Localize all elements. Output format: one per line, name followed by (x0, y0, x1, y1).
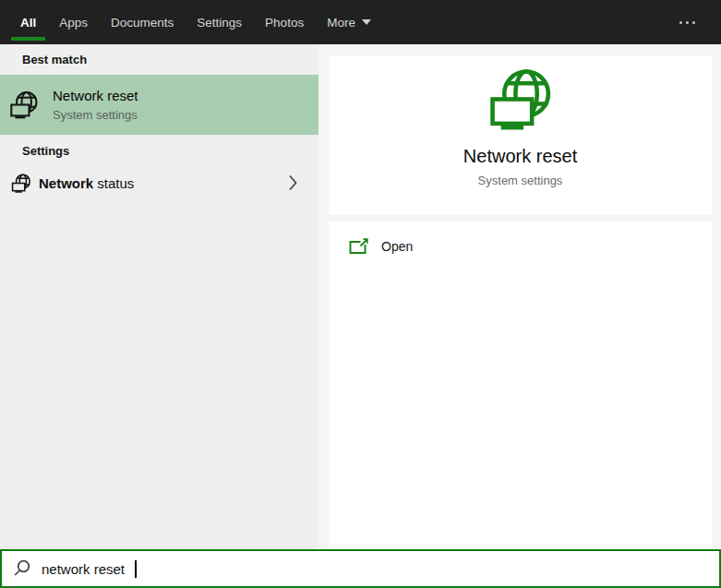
ellipsis-button[interactable] (674, 0, 701, 44)
preview-header-card: Network reset System settings (329, 55, 712, 215)
search-tabs-bar: All Apps Documents Settings Photos More (0, 0, 721, 44)
preview-subtitle: System settings (478, 174, 563, 187)
tab-more-label: More (327, 16, 355, 30)
result-subtitle: System settings (53, 108, 138, 122)
network-reset-icon (487, 68, 554, 130)
tab-settings[interactable]: Settings (197, 0, 242, 44)
open-in-new-icon (349, 237, 369, 256)
chevron-down-icon (362, 19, 371, 25)
settings-result-label: Network status (39, 175, 134, 191)
ellipsis-icon (679, 21, 682, 24)
preview-actions-card: Open (329, 222, 712, 549)
tab-all[interactable]: All (20, 0, 36, 44)
settings-result-network-status[interactable]: Network status (0, 164, 318, 201)
chevron-right-icon (288, 174, 298, 191)
settings-section-header: Settings (0, 136, 318, 161)
search-icon (13, 559, 31, 578)
best-match-result[interactable]: Network reset System settings (0, 75, 318, 135)
tab-apps[interactable]: Apps (59, 0, 88, 44)
preview-panel: Network reset System settings Open (318, 44, 721, 549)
network-icon (11, 174, 31, 193)
tab-photos[interactable]: Photos (265, 0, 304, 44)
search-filter-tabs: All Apps Documents Settings Photos More (20, 0, 371, 44)
results-panel: Best match Network reset System settings… (0, 44, 318, 549)
tab-more[interactable]: More (327, 0, 371, 44)
preview-title: Network reset (463, 146, 577, 167)
open-action[interactable]: Open (329, 222, 712, 256)
search-bar[interactable]: network reset (0, 549, 721, 588)
text-caret (135, 560, 137, 578)
open-action-label: Open (381, 239, 413, 254)
best-match-header: Best match (0, 44, 318, 67)
result-title: Network reset (53, 88, 138, 103)
network-reset-icon (8, 90, 40, 119)
tab-documents[interactable]: Documents (111, 0, 174, 44)
search-input[interactable]: network reset (42, 561, 125, 577)
